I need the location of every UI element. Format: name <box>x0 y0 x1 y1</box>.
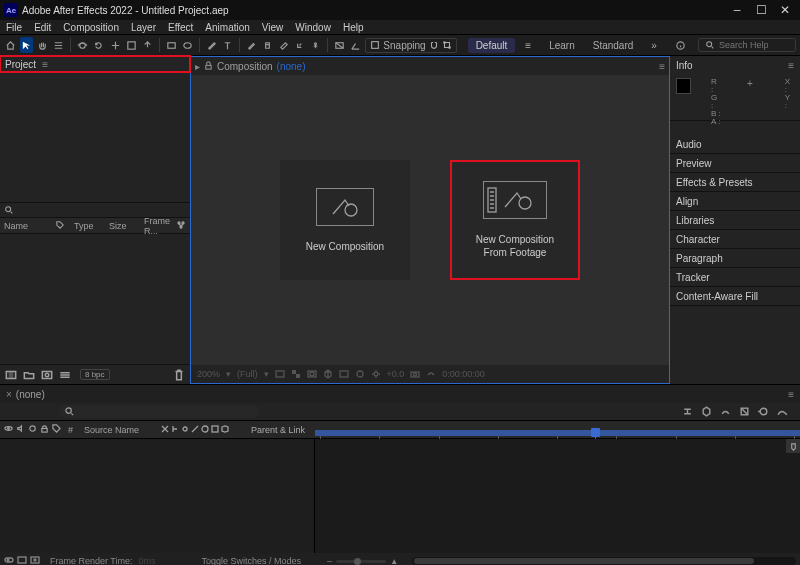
lock-col-icon[interactable] <box>40 424 49 435</box>
clone-tool-icon[interactable] <box>261 37 274 53</box>
new-composition-from-footage-button[interactable]: New CompositionFrom Footage <box>450 160 580 280</box>
search-help[interactable] <box>698 38 796 52</box>
hand-tool-icon[interactable] <box>36 37 49 53</box>
frame-blend-icon[interactable] <box>736 404 752 420</box>
collapse-switch-icon[interactable] <box>181 425 189 435</box>
effects-panel-header[interactable]: Effects & Presets <box>670 173 800 191</box>
label-col-icon[interactable] <box>52 424 61 435</box>
project-bin[interactable] <box>0 234 190 364</box>
align-panel-header[interactable]: Align <box>670 192 800 210</box>
lock-icon[interactable] <box>204 61 213 72</box>
search-input[interactable] <box>719 40 789 50</box>
caf-panel-header[interactable]: Content-Aware Fill <box>670 287 800 305</box>
quality-switch-icon[interactable] <box>191 425 199 435</box>
3d-icon[interactable] <box>323 369 333 379</box>
tracker-panel-header[interactable]: Tracker <box>670 268 800 286</box>
new-folder-icon[interactable] <box>22 368 36 382</box>
draft3d-icon[interactable] <box>698 404 714 420</box>
type-tool-icon[interactable] <box>221 37 234 53</box>
paragraph-panel-header[interactable]: Paragraph <box>670 249 800 267</box>
rotate-tool-icon[interactable] <box>92 37 105 53</box>
resolution-select[interactable]: (Full) <box>237 369 258 379</box>
orbit-tool-icon[interactable] <box>76 37 89 53</box>
project-settings-icon[interactable] <box>58 368 72 382</box>
minimize-button[interactable]: – <box>732 5 742 15</box>
audio-panel-header[interactable]: Audio <box>670 135 800 153</box>
project-tab[interactable]: Project ≡ <box>0 55 191 73</box>
zoom-out-icon[interactable]: – <box>327 556 332 565</box>
preview-panel-header[interactable]: Preview <box>670 154 800 172</box>
viewer-tab[interactable]: ▸ Composition (none) ≡ <box>191 57 669 75</box>
col-frame[interactable]: Frame R... <box>144 216 170 236</box>
shape-tool-icon[interactable] <box>125 37 138 53</box>
viewer-panel-menu-icon[interactable]: ≡ <box>659 61 665 72</box>
col-tag-icon[interactable] <box>56 221 68 231</box>
menu-layer[interactable]: Layer <box>127 22 160 33</box>
menu-help[interactable]: Help <box>339 22 368 33</box>
snapping-toggle[interactable]: Snapping <box>365 38 456 53</box>
workspace-menu-icon[interactable]: ≡ <box>517 38 539 53</box>
zoom-slider[interactable] <box>336 560 386 563</box>
panel-menu-icon[interactable] <box>52 37 65 53</box>
puppet-tool-icon[interactable] <box>309 37 322 53</box>
solo-col-icon[interactable] <box>28 424 37 435</box>
marker-bin-icon[interactable] <box>786 439 800 453</box>
pen-tool-icon[interactable] <box>205 37 218 53</box>
toggle-switch-icon[interactable] <box>4 555 14 565</box>
roto-tool-icon[interactable] <box>293 37 306 53</box>
trash-icon[interactable] <box>172 368 186 382</box>
toggle-switches-modes[interactable]: Toggle Switches / Modes <box>202 556 302 565</box>
info-icon[interactable] <box>674 37 687 53</box>
timeline-h-scrollbar[interactable] <box>412 557 796 565</box>
menu-effect[interactable]: Effect <box>164 22 197 33</box>
workspace-default[interactable]: Default <box>468 38 516 53</box>
show-snapshot-icon[interactable] <box>426 369 436 379</box>
mask-icon[interactable] <box>307 369 317 379</box>
close-button[interactable]: ✕ <box>780 5 790 15</box>
shy-switch-icon[interactable] <box>161 425 169 435</box>
info-panel-header[interactable]: Info ≡ <box>670 56 800 74</box>
mask-tool-icon[interactable] <box>333 37 346 53</box>
character-panel-header[interactable]: Character <box>670 230 800 248</box>
fx-switch-icon[interactable] <box>171 425 179 435</box>
anchor-tool-icon[interactable] <box>108 37 121 53</box>
graph-editor-icon[interactable] <box>774 404 790 420</box>
ellipse-tool-icon[interactable] <box>181 37 194 53</box>
timeline-zoom[interactable]: – ▲ <box>327 556 398 565</box>
timeline-search[interactable] <box>59 405 259 418</box>
libraries-panel-header[interactable]: Libraries <box>670 211 800 229</box>
expand-icon[interactable] <box>17 555 27 565</box>
workspace-overflow-icon[interactable]: » <box>643 38 665 53</box>
menu-window[interactable]: Window <box>291 22 335 33</box>
interpret-icon[interactable] <box>4 368 18 382</box>
menu-edit[interactable]: Edit <box>30 22 55 33</box>
view-popup-icon[interactable] <box>275 369 285 379</box>
new-composition-button[interactable]: New Composition <box>280 160 410 280</box>
snapshot-icon[interactable] <box>410 369 420 379</box>
col-size[interactable]: Size <box>109 221 138 231</box>
comp-mini-flowchart-icon[interactable] <box>679 404 695 420</box>
transparency-icon[interactable] <box>291 369 301 379</box>
eraser-tool-icon[interactable] <box>277 37 290 53</box>
3d-switch-icon[interactable] <box>221 425 229 435</box>
current-time[interactable]: 0:00:00:00 <box>442 369 485 379</box>
arrow-tool-icon[interactable] <box>141 37 154 53</box>
shy-icon[interactable] <box>717 404 733 420</box>
selection-tool-icon[interactable] <box>20 37 33 53</box>
region-icon[interactable] <box>339 369 349 379</box>
exposure-value[interactable]: +0.0 <box>387 369 405 379</box>
rect-tool-icon[interactable] <box>165 37 178 53</box>
menu-file[interactable]: File <box>2 22 26 33</box>
timeline-panel-menu-icon[interactable]: ≡ <box>788 389 794 400</box>
brush-tool-icon[interactable] <box>245 37 258 53</box>
adj-switch-icon[interactable] <box>211 425 219 435</box>
source-name-col[interactable]: Source Name <box>84 425 139 435</box>
mb-switch-icon[interactable] <box>201 425 209 435</box>
home-icon[interactable] <box>4 37 17 53</box>
menu-composition[interactable]: Composition <box>59 22 123 33</box>
motion-blur-icon[interactable] <box>755 404 771 420</box>
maximize-button[interactable]: ☐ <box>756 5 766 15</box>
timeline-tab[interactable]: × (none) ≡ <box>0 385 800 403</box>
col-name[interactable]: Name <box>4 221 50 231</box>
layer-list[interactable] <box>0 439 315 553</box>
